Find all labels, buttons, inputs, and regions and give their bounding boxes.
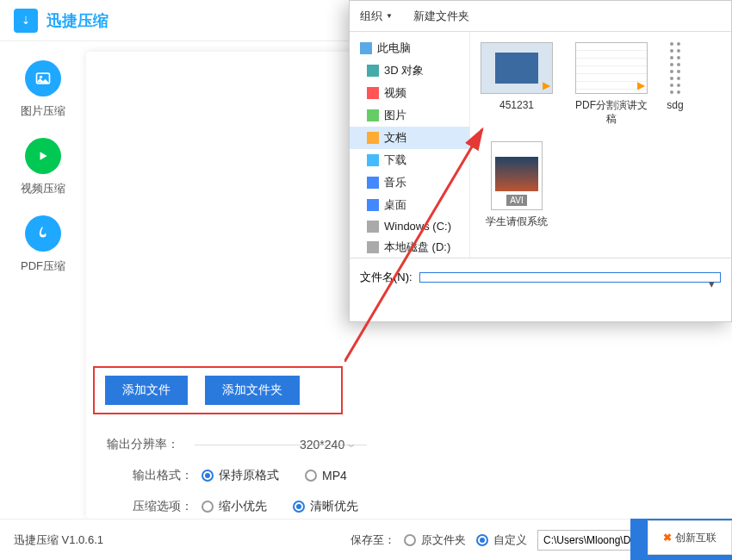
statusbar: 迅捷压缩 V1.0.6.1 保存至： 原文件夹 自定义 ✖创新互联 [0, 519, 732, 560]
file-item[interactable]: AVI 学生请假系统 [477, 141, 556, 229]
file-item-clip[interactable]: sdg [667, 42, 684, 126]
organize-menu[interactable]: 组织 ▼ [360, 9, 393, 24]
svg-point-2 [40, 76, 42, 78]
tree-desktop[interactable]: 桌面 [350, 194, 469, 216]
format-keep-radio[interactable]: 保持原格式 [202, 468, 279, 483]
format-label: 输出格式： [115, 468, 193, 483]
add-file-button[interactable]: 添加文件 [105, 376, 188, 405]
tree-documents[interactable]: 文档 [350, 127, 469, 149]
sidebar-label: 视频压缩 [21, 181, 65, 196]
save-custom-radio[interactable]: 自定义 [476, 532, 527, 548]
resolution-select[interactable]: 320*240 ﹀ [300, 438, 355, 451]
tree-drive-c[interactable]: Windows (C:) [350, 216, 469, 236]
sidebar-item-pdf[interactable]: PDF压缩 [21, 215, 65, 274]
compress-small-radio[interactable]: 缩小优先 [202, 499, 267, 514]
save-label: 保存至： [350, 532, 395, 548]
file-item[interactable]: PDF分割演讲文稿 [572, 42, 651, 126]
compress-label: 压缩选项： [115, 499, 193, 514]
save-original-radio[interactable]: 原文件夹 [404, 532, 466, 548]
format-mp4-radio[interactable]: MP4 [305, 469, 347, 482]
version-text: 迅捷压缩 V1.0.6.1 [14, 532, 103, 548]
tree-this-pc[interactable]: 此电脑 [350, 37, 469, 59]
play-icon [25, 138, 61, 174]
brand-badge: ✖创新互联 [648, 520, 732, 555]
new-folder-button[interactable]: 新建文件夹 [413, 9, 469, 24]
compress-clear-radio[interactable]: 清晰优先 [293, 499, 358, 514]
video-thumb-icon [481, 42, 553, 94]
tree-drive-d[interactable]: 本地磁盘 (D:) [350, 236, 469, 258]
resolution-label: 输出分辨率： [102, 437, 179, 452]
tree-music[interactable]: 音乐 [350, 171, 469, 194]
tree-3d[interactable]: 3D 对象 [350, 59, 469, 82]
filename-label: 文件名(N): [360, 270, 413, 285]
app-logo: ⇣ [14, 9, 38, 33]
tree-pictures[interactable]: 图片 [350, 104, 469, 127]
filename-input[interactable] [419, 272, 721, 283]
sidebar-item-video[interactable]: 视频压缩 [21, 138, 65, 196]
tree-video[interactable]: 视频 [350, 82, 469, 104]
file-open-dialog: 组织 ▼ 新建文件夹 此电脑 3D 对象 视频 图片 文档 下载 音乐 桌面 W… [349, 0, 732, 322]
avi-file-icon: AVI [491, 141, 543, 210]
sidebar-label: PDF压缩 [21, 258, 65, 274]
app-title: 迅捷压缩 [47, 10, 109, 31]
pdf-icon [25, 215, 61, 252]
sidebar-item-image[interactable]: 图片压缩 [21, 60, 65, 119]
tree-downloads[interactable]: 下载 [350, 149, 469, 171]
video-thumb-icon [575, 42, 648, 94]
sidebar: 图片压缩 视频压缩 PDF压缩 [0, 52, 86, 274]
add-folder-button[interactable]: 添加文件夹 [205, 376, 300, 405]
folder-tree: 此电脑 3D 对象 视频 图片 文档 下载 音乐 桌面 Windows (C:)… [350, 32, 470, 258]
file-item[interactable]: 451231 [477, 42, 556, 126]
file-list: 451231 PDF分割演讲文稿 sdg AVI 学生请假系统 [470, 32, 731, 258]
filmstrip-icon [670, 42, 680, 94]
sidebar-label: 图片压缩 [21, 103, 65, 119]
add-button-row: 添加文件 添加文件夹 [93, 366, 343, 414]
image-icon [25, 60, 61, 96]
